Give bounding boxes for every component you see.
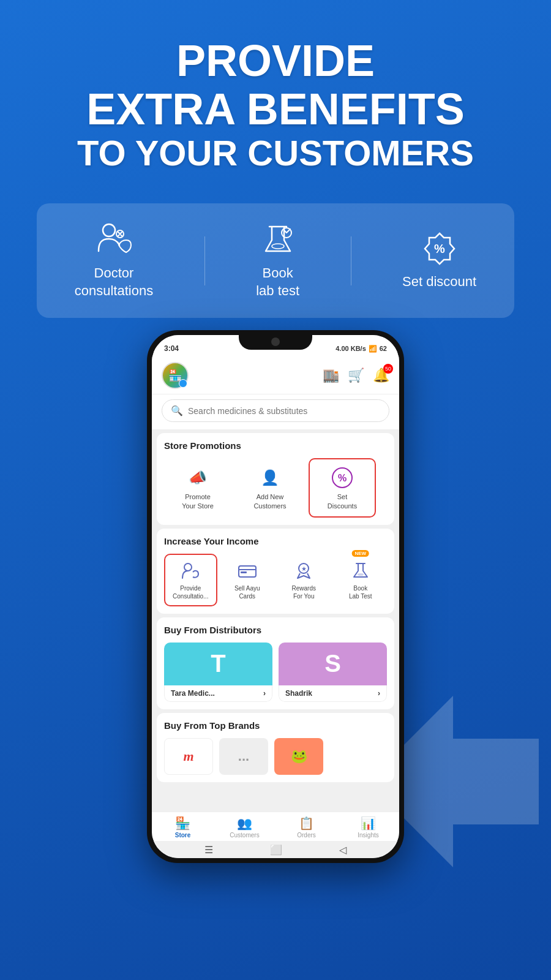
benefit-doctor-label: Doctorconsultations: [75, 265, 153, 300]
promo-item-promote[interactable]: 📣 PromoteYour Store: [164, 458, 231, 518]
status-time: 3:04: [164, 344, 179, 353]
income-item-lab[interactable]: NEW BookLab Test: [334, 554, 388, 606]
store-promotions-title: Store Promotions: [164, 440, 387, 451]
app-header: 🏪 🏬 🛒 🔔 50: [152, 357, 399, 394]
bottom-nav: 🏪 Store 👥 Customers 📋 Orders 📊 Insights: [152, 812, 399, 841]
brands-section: Buy From Top Brands m ... 🐸: [157, 713, 394, 782]
store-promotions-grid: 📣 PromoteYour Store 👤 Add NewCustomers: [164, 458, 387, 518]
search-input[interactable]: [188, 406, 380, 416]
svg-point-16: [358, 573, 364, 576]
phone-content: Store Promotions 📣 PromoteYour Store 👤 A…: [152, 429, 399, 812]
brand-3[interactable]: 🐸: [274, 738, 323, 775]
status-right: 4.00 KB/s 📶 62: [335, 345, 387, 353]
distributors-section: Buy From Distributors T Tara Medic... › …: [157, 617, 394, 709]
customers-nav-icon: 👥: [237, 816, 252, 831]
brand-2[interactable]: ...: [219, 738, 268, 775]
svg-point-9: [184, 564, 192, 571]
lab-test-icon: [350, 560, 372, 582]
consultation-label: ProvideConsultatio...: [173, 584, 208, 600]
add-customers-icon: 👤: [258, 466, 282, 490]
svg-text:%: %: [338, 473, 347, 483]
insights-nav-icon: 📊: [361, 816, 376, 831]
back-button[interactable]: ◁: [339, 844, 347, 856]
promo-item-discounts[interactable]: % SetDiscounts: [309, 458, 376, 518]
headline-line1: PROVIDE: [37, 37, 514, 85]
lab-test-label: BookLab Test: [349, 584, 372, 600]
benefit-discount[interactable]: % Set discount: [402, 230, 476, 291]
header-icons: 🏬 🛒 🔔 50: [323, 368, 389, 383]
store-promotions-section: Store Promotions 📣 PromoteYour Store 👤 A…: [157, 433, 394, 525]
income-section: Increase Your Income ProvideConsultatio.: [157, 529, 394, 614]
cart-icon[interactable]: 🛒: [348, 368, 364, 383]
income-item-cards[interactable]: Sell AayuCards: [221, 554, 274, 606]
nav-customers[interactable]: 👥 Customers: [214, 816, 276, 839]
search-bar: 🔍: [152, 394, 399, 429]
tara-arrow-icon: ›: [263, 689, 266, 698]
consultation-icon: [179, 560, 201, 582]
benefit-discount-label: Set discount: [402, 273, 476, 291]
shadrik-footer: Shadrik ›: [279, 685, 387, 702]
orders-nav-icon: 📋: [299, 816, 314, 831]
status-signal: 📶: [369, 345, 377, 353]
discount-icon: %: [421, 230, 458, 267]
svg-text:%: %: [434, 242, 445, 255]
home-indicator: ☰ ⬜ ◁: [152, 841, 399, 858]
store-icon[interactable]: 🏬: [323, 368, 339, 383]
distributors-grid: T Tara Medic... › S Shadrik ›: [164, 643, 387, 702]
rewards-icon: ★: [293, 560, 315, 582]
status-data: 4.00 KB/s: [335, 345, 366, 352]
svg-point-5: [272, 244, 284, 249]
nav-insights[interactable]: 📊 Insights: [337, 816, 399, 839]
income-title: Increase Your Income: [164, 536, 387, 546]
brands-row: m ... 🐸: [164, 738, 387, 775]
promo-item-customers[interactable]: 👤 Add NewCustomers: [236, 458, 304, 518]
add-customers-label: Add NewCustomers: [253, 492, 286, 510]
brand-m[interactable]: m: [164, 738, 213, 775]
tara-footer: Tara Medic... ›: [164, 685, 272, 702]
status-battery: 62: [380, 345, 387, 352]
new-badge: NEW: [351, 550, 369, 557]
cards-icon: [236, 560, 258, 582]
set-discounts-icon: %: [330, 466, 354, 490]
avatar-badge: [179, 379, 187, 388]
home-button[interactable]: ⬜: [270, 844, 282, 856]
shadrik-color-block: S: [279, 643, 387, 685]
shadrik-label: Shadrik: [285, 689, 312, 698]
benefit-lab-label: Booklab test: [256, 265, 299, 300]
svg-point-1: [103, 224, 115, 236]
svg-text:★: ★: [301, 565, 307, 572]
promote-label: PromoteYour Store: [182, 492, 214, 510]
svg-rect-12: [241, 571, 247, 573]
income-item-rewards[interactable]: ★ RewardsFor You: [277, 554, 331, 606]
phone-device: 3:04 4.00 KB/s 📶 62 🏪 🏬 🛒 🔔: [147, 330, 404, 863]
headline-line3: TO YOUR CUSTOMERS: [37, 134, 514, 173]
shadrik-arrow-icon: ›: [378, 689, 380, 698]
rewards-label: RewardsFor You: [292, 584, 316, 600]
notification-badge: 50: [383, 364, 393, 374]
avatar[interactable]: 🏪: [162, 362, 189, 389]
income-grid: ProvideConsultatio... Sell AayuCards: [164, 554, 387, 606]
income-item-consultation[interactable]: ProvideConsultatio...: [164, 554, 217, 606]
distributor-shadrik[interactable]: S Shadrik ›: [279, 643, 387, 702]
phone-camera: [271, 337, 280, 346]
distributor-tara[interactable]: T Tara Medic... ›: [164, 643, 272, 702]
store-nav-icon: 🏪: [175, 816, 190, 831]
benefits-bar: Doctorconsultations Booklab test % Set d…: [37, 203, 514, 318]
set-discounts-label: SetDiscounts: [328, 492, 357, 510]
lab-icon: [260, 222, 296, 258]
search-input-wrap[interactable]: 🔍: [162, 399, 389, 422]
cards-label: Sell AayuCards: [234, 584, 260, 600]
tara-color-block: T: [164, 643, 272, 685]
notification-bell[interactable]: 🔔 50: [373, 368, 389, 383]
nav-orders[interactable]: 📋 Orders: [276, 816, 337, 839]
phone-screen: 3:04 4.00 KB/s 📶 62 🏪 🏬 🛒 🔔: [152, 335, 399, 858]
menu-button[interactable]: ☰: [204, 844, 213, 856]
headline-line2: EXTRA BENEFITS: [37, 85, 514, 134]
benefit-doctor[interactable]: Doctorconsultations: [75, 222, 153, 300]
tara-label: Tara Medic...: [171, 689, 215, 698]
doctor-icon: [96, 222, 132, 258]
benefit-lab[interactable]: Booklab test: [256, 222, 299, 300]
header-section: PROVIDE EXTRA BENEFITS TO YOUR CUSTOMERS: [0, 0, 551, 191]
nav-store[interactable]: 🏪 Store: [152, 816, 214, 839]
insights-nav-label: Insights: [358, 832, 378, 839]
